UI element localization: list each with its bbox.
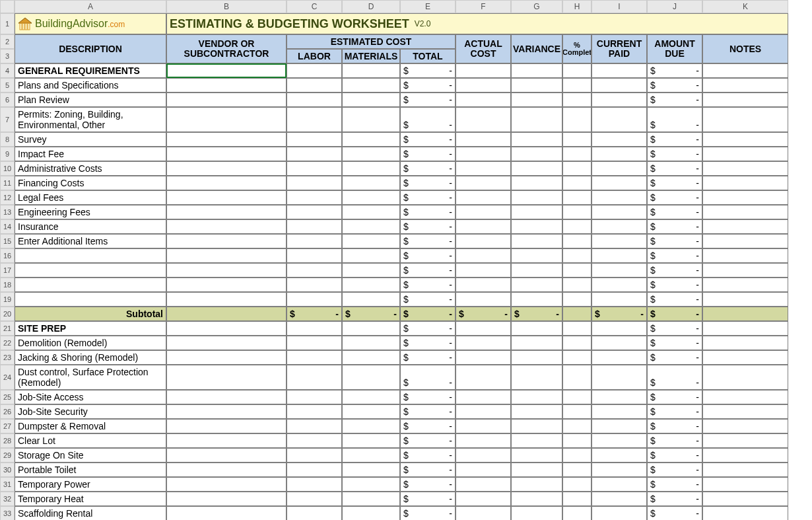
notes-cell[interactable] [702, 263, 788, 278]
vendor-cell[interactable] [166, 78, 287, 93]
row-header-7[interactable]: 7 [0, 107, 15, 132]
desc-cell[interactable]: Financing Costs [15, 176, 166, 190]
variance-cell[interactable] [511, 506, 562, 520]
pct-cell[interactable] [562, 477, 592, 492]
materials-cell[interactable] [342, 132, 400, 147]
row-header-9[interactable]: 9 [0, 147, 15, 161]
total-cell[interactable]: $- [400, 492, 456, 506]
total-cell[interactable]: $- [400, 336, 456, 350]
notes-cell[interactable] [702, 365, 788, 390]
vendor-cell[interactable] [166, 219, 287, 234]
amount-due-cell[interactable]: $- [647, 404, 702, 419]
vendor-cell[interactable] [166, 205, 287, 219]
actual-cell[interactable] [456, 78, 511, 93]
materials-cell[interactable] [342, 336, 400, 350]
desc-cell[interactable] [15, 248, 166, 263]
subtotal-c[interactable]: $- [287, 307, 342, 321]
materials-cell[interactable] [342, 390, 400, 404]
vendor-cell[interactable] [166, 419, 287, 433]
notes-cell[interactable] [702, 433, 788, 448]
labor-cell[interactable] [287, 350, 342, 365]
actual-cell[interactable] [456, 419, 511, 433]
row-header-3[interactable]: 3 [0, 49, 15, 63]
subtotal-g[interactable]: $- [511, 307, 562, 321]
actual-cell[interactable] [456, 176, 511, 190]
materials-cell[interactable] [342, 506, 400, 520]
labor-cell[interactable] [287, 419, 342, 433]
amount-due-cell[interactable]: $- [647, 278, 702, 292]
vendor-cell[interactable] [166, 63, 287, 78]
paid-cell[interactable] [592, 433, 647, 448]
vendor-cell[interactable] [166, 93, 287, 107]
pct-cell[interactable] [562, 161, 592, 176]
labor-cell[interactable] [287, 147, 342, 161]
materials-cell[interactable] [342, 78, 400, 93]
notes-cell[interactable] [702, 390, 788, 404]
actual-cell[interactable] [456, 190, 511, 205]
notes-cell[interactable] [702, 78, 788, 93]
col-header-J[interactable]: J [647, 0, 702, 13]
paid-cell[interactable] [592, 506, 647, 520]
variance-cell[interactable] [511, 93, 562, 107]
variance-cell[interactable] [511, 390, 562, 404]
actual-cell[interactable] [456, 506, 511, 520]
desc-cell[interactable]: Temporary Heat [15, 492, 166, 506]
total-cell[interactable]: $- [400, 292, 456, 307]
row-header-1[interactable]: 1 [0, 13, 15, 34]
actual-cell[interactable] [456, 132, 511, 147]
materials-cell[interactable] [342, 205, 400, 219]
subtotal-d[interactable]: $- [342, 307, 400, 321]
vendor-cell[interactable] [166, 132, 287, 147]
desc-cell[interactable]: SITE PREP [15, 321, 166, 336]
row-header-12[interactable]: 12 [0, 190, 15, 205]
notes-cell[interactable] [702, 93, 788, 107]
vendor-cell[interactable] [166, 365, 287, 390]
amount-due-cell[interactable]: $- [647, 248, 702, 263]
notes-cell[interactable] [702, 404, 788, 419]
amount-due-cell[interactable]: $- [647, 234, 702, 248]
variance-cell[interactable] [511, 365, 562, 390]
notes-cell[interactable] [702, 205, 788, 219]
variance-cell[interactable] [511, 190, 562, 205]
materials-cell[interactable] [342, 219, 400, 234]
actual-cell[interactable] [456, 448, 511, 463]
total-cell[interactable]: $- [400, 263, 456, 278]
total-cell[interactable]: $- [400, 365, 456, 390]
variance-cell[interactable] [511, 147, 562, 161]
row-header-14[interactable]: 14 [0, 219, 15, 234]
amount-due-cell[interactable]: $- [647, 321, 702, 336]
total-cell[interactable]: $- [400, 234, 456, 248]
vendor-cell[interactable] [166, 190, 287, 205]
actual-cell[interactable] [456, 107, 511, 132]
total-cell[interactable]: $- [400, 205, 456, 219]
desc-cell[interactable] [15, 263, 166, 278]
variance-cell[interactable] [511, 263, 562, 278]
col-header-B[interactable]: B [166, 0, 287, 13]
total-cell[interactable]: $- [400, 93, 456, 107]
variance-cell[interactable] [511, 433, 562, 448]
pct-cell[interactable] [562, 390, 592, 404]
materials-cell[interactable] [342, 365, 400, 390]
variance-cell[interactable] [511, 132, 562, 147]
labor-cell[interactable] [287, 321, 342, 336]
amount-due-cell[interactable]: $- [647, 161, 702, 176]
row-header-5[interactable]: 5 [0, 78, 15, 93]
paid-cell[interactable] [592, 107, 647, 132]
row-header-8[interactable]: 8 [0, 132, 15, 147]
labor-cell[interactable] [287, 263, 342, 278]
vendor-cell[interactable] [166, 176, 287, 190]
row-header-33[interactable]: 33 [0, 506, 15, 520]
pct-cell[interactable] [562, 463, 592, 477]
labor-cell[interactable] [287, 492, 342, 506]
total-cell[interactable]: $- [400, 463, 456, 477]
labor-cell[interactable] [287, 390, 342, 404]
notes-cell[interactable] [702, 477, 788, 492]
row-header-19[interactable]: 19 [0, 292, 15, 307]
col-header-K[interactable]: K [702, 0, 788, 13]
amount-due-cell[interactable]: $- [647, 477, 702, 492]
variance-cell[interactable] [511, 477, 562, 492]
pct-cell[interactable] [562, 263, 592, 278]
amount-due-cell[interactable]: $- [647, 292, 702, 307]
desc-cell[interactable]: Scaffolding Rental [15, 506, 166, 520]
row-header-24[interactable]: 24 [0, 365, 15, 390]
